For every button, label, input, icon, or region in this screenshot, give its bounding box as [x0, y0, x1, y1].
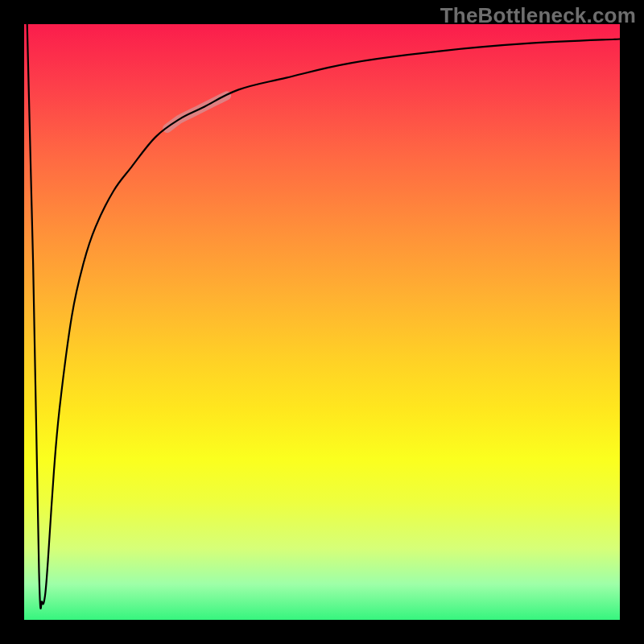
bottleneck-curve: [27, 24, 620, 609]
curve-highlight-segment: [167, 96, 227, 129]
chart-frame: TheBottleneck.com: [0, 0, 644, 644]
plot-area: [24, 24, 620, 620]
curve-svg: [24, 24, 620, 620]
